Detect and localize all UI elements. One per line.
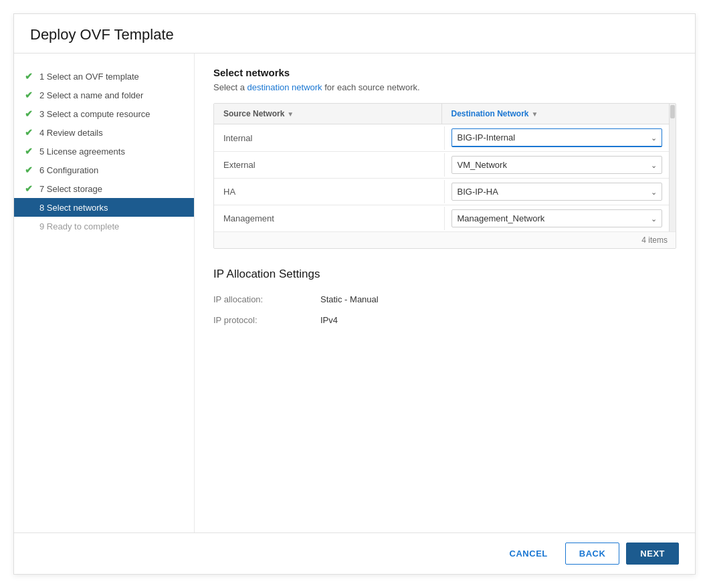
- sidebar-item-step3[interactable]: ✔ 3 Select a compute resource: [14, 104, 194, 123]
- sidebar-label-step1: 1 Select an OVF template: [39, 72, 139, 82]
- cell-dest-2: BIG-IP-HA BIG-IP-Internal VM_Network Man…: [445, 179, 670, 205]
- desc-link[interactable]: destination network: [247, 82, 322, 92]
- check-icon-step5: ✔: [25, 146, 35, 157]
- sidebar-label-step6: 6 Configuration: [39, 165, 98, 175]
- ip-protocol-value: IPv4: [320, 315, 338, 325]
- dest-select-2[interactable]: BIG-IP-HA BIG-IP-Internal VM_Network Man…: [451, 183, 663, 201]
- cell-source-1: External: [214, 153, 445, 177]
- sidebar: ✔ 1 Select an OVF template ✔ 2 Select a …: [14, 54, 195, 532]
- sidebar-label-step4: 4 Review details: [39, 128, 103, 138]
- sidebar-label-step9: 9 Ready to complete: [39, 221, 119, 231]
- ip-protocol-label: IP protocol:: [213, 315, 320, 325]
- desc-suffix: for each source network.: [322, 82, 420, 92]
- table-footer: 4 items: [214, 231, 676, 248]
- back-button[interactable]: BACK: [565, 543, 620, 565]
- check-icon-step4: ✔: [25, 127, 35, 138]
- table-header: Source Network ▼ Destination Network ▼: [214, 104, 669, 124]
- sidebar-label-step5: 5 License agreements: [39, 146, 125, 157]
- table-row: Internal BIG-IP-Internal VM_Network BIG-…: [214, 124, 669, 152]
- check-icon-step6: ✔: [25, 165, 35, 175]
- dest-select-1[interactable]: VM_Network BIG-IP-Internal BIG-IP-HA Man…: [451, 156, 663, 174]
- sidebar-item-step6[interactable]: ✔ 6 Configuration: [14, 161, 194, 179]
- sidebar-item-step7[interactable]: ✔ 7 Select storage: [14, 179, 194, 198]
- dest-select-3[interactable]: Management_Network BIG-IP-Internal VM_Ne…: [451, 209, 663, 227]
- ip-allocation-label: IP allocation:: [213, 294, 320, 304]
- cell-dest-0: BIG-IP-Internal VM_Network BIG-IP-HA Man…: [445, 124, 670, 151]
- dialog-title: Deploy OVF Template: [30, 26, 679, 43]
- sidebar-item-step4[interactable]: ✔ 4 Review details: [14, 123, 194, 142]
- sidebar-label-step8: 8 Select networks: [39, 203, 108, 213]
- ip-allocation-value: Static - Manual: [320, 294, 379, 304]
- sidebar-item-step2[interactable]: ✔ 2 Select a name and folder: [14, 86, 194, 104]
- sidebar-item-step9[interactable]: ✔ 9 Ready to complete: [14, 217, 194, 235]
- sidebar-item-step5[interactable]: ✔ 5 License agreements: [14, 142, 194, 161]
- desc-prefix: Select a: [213, 82, 247, 92]
- scrollbar[interactable]: [669, 104, 676, 231]
- item-count: 4 items: [641, 235, 668, 245]
- sidebar-label-step7: 7 Select storage: [39, 184, 102, 194]
- col-dest-header: Destination Network ▼: [442, 104, 670, 124]
- ip-protocol-row: IP protocol: IPv4: [213, 315, 676, 325]
- table-row: Management Management_Network BIG-IP-Int…: [214, 205, 669, 231]
- cell-dest-1: VM_Network BIG-IP-Internal BIG-IP-HA Man…: [445, 152, 670, 178]
- section-title: Select networks: [213, 67, 676, 78]
- dest-select-0[interactable]: BIG-IP-Internal VM_Network BIG-IP-HA Man…: [451, 128, 663, 147]
- sidebar-label-step3: 3 Select a compute resource: [39, 109, 150, 119]
- cancel-button[interactable]: CANCEL: [499, 543, 559, 564]
- check-icon-step2: ✔: [25, 90, 35, 100]
- sidebar-item-step8[interactable]: ✔ 8 Select networks: [14, 198, 194, 217]
- section-description: Select a destination network for each so…: [213, 82, 676, 92]
- sidebar-item-step1[interactable]: ✔ 1 Select an OVF template: [14, 67, 194, 86]
- ip-section-title: IP Allocation Settings: [213, 268, 676, 281]
- cell-source-0: Internal: [214, 126, 445, 150]
- table-row: HA BIG-IP-HA BIG-IP-Internal VM_Network …: [214, 179, 669, 205]
- check-icon-step1: ✔: [25, 71, 35, 82]
- table-row: External VM_Network BIG-IP-Internal BIG-…: [214, 152, 669, 179]
- cell-source-2: HA: [214, 180, 445, 203]
- check-icon-step3: ✔: [25, 108, 35, 119]
- ip-allocation-row: IP allocation: Static - Manual: [213, 294, 676, 304]
- main-content: Select networks Select a destination net…: [195, 54, 695, 532]
- check-icon-step7: ✔: [25, 183, 35, 194]
- filter-icon-source[interactable]: ▼: [287, 110, 294, 118]
- sidebar-label-step2: 2 Select a name and folder: [39, 90, 143, 100]
- ip-allocation-section: IP Allocation Settings IP allocation: St…: [213, 268, 676, 336]
- cell-dest-3: Management_Network BIG-IP-Internal VM_Ne…: [445, 205, 670, 231]
- col-source-header: Source Network ▼: [214, 104, 442, 124]
- filter-icon-dest[interactable]: ▼: [532, 110, 538, 118]
- cell-source-3: Management: [214, 207, 445, 230]
- dialog-footer: CANCEL BACK NEXT: [14, 532, 695, 574]
- network-table: Source Network ▼ Destination Network ▼ I…: [213, 103, 676, 249]
- next-button[interactable]: NEXT: [626, 543, 679, 565]
